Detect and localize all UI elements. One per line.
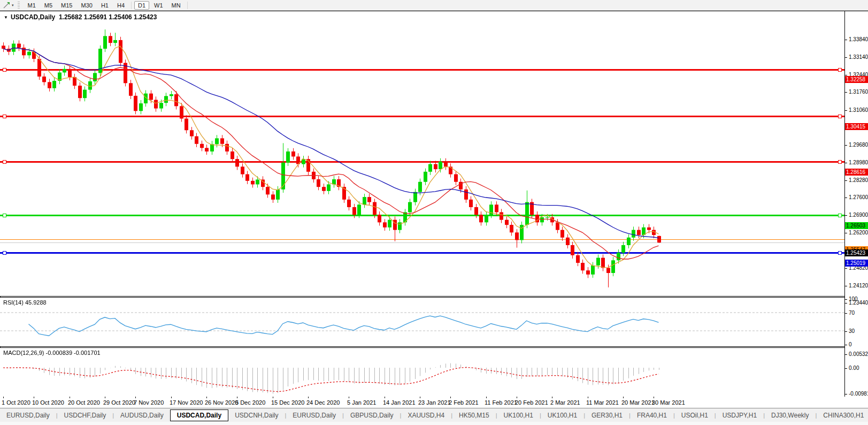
macd-axis-label: -0.009818 (849, 391, 868, 397)
price-axis-border (844, 11, 845, 397)
axis-tick-mark (845, 299, 847, 300)
price-tick-label: 1.28280 (849, 177, 868, 183)
chart-tab-UK100-H1[interactable]: UK100,H1 (497, 409, 540, 421)
date-tick-label: 20 Mar 2021 (621, 399, 655, 406)
price-tick-label: 1.29680 (849, 142, 868, 148)
chart-tab-EURUSD-Daily[interactable]: EURUSD,Daily (286, 409, 342, 421)
rsi-indicator-label: RSI(14) 45.9288 (3, 299, 47, 306)
axis-tick-mark (845, 198, 847, 198)
date-tick-mark (34, 397, 34, 398)
macd-indicator-label: MACD(12,26,9) -0.000839 -0.001701 (3, 350, 101, 356)
date-tick-label: 24 Dec 2020 (306, 399, 340, 406)
bottom-strip (0, 422, 868, 425)
timeframe-button-M1[interactable]: M1 (24, 1, 40, 10)
chart-tab-CHINA300-H1[interactable]: CHINA300,H1 (817, 409, 868, 421)
date-tick-mark (237, 397, 237, 398)
chart-tab-USOil-H1[interactable]: USOil,H1 (675, 409, 715, 421)
price-level-label-1.25423: 1.25423 (845, 249, 868, 256)
collapse-arrow-icon[interactable]: ▼ (4, 15, 8, 20)
axis-tick-mark (845, 331, 847, 332)
axis-tick-mark (845, 268, 847, 269)
date-tick-mark (70, 397, 70, 398)
date-tick-label: 11 Mar 2021 (586, 399, 619, 406)
chart-tab-XAUUSD-H4[interactable]: XAUUSD,H4 (401, 409, 451, 421)
price-tick-label: 1.24120 (849, 283, 868, 289)
price-tick-label: 1.26900 (849, 212, 868, 218)
axis-tick-mark (845, 180, 847, 181)
chart-tab-bar: EURUSD,Daily|USDCHF,Daily|AUDUSD,DailyUS… (0, 408, 868, 422)
date-tick-mark (349, 397, 349, 398)
axis-tick-mark (845, 92, 847, 93)
price-tick-label: 1.31760 (849, 89, 868, 95)
date-tick-mark (135, 397, 136, 398)
date-tick-mark (552, 397, 552, 398)
macd-axis-label: 0.005329 (849, 351, 868, 357)
date-tick-mark (486, 397, 487, 398)
date-tick-label: 5 Jan 2021 (347, 399, 376, 406)
date-tick-label: 29 Oct 2020 (103, 399, 135, 406)
date-tick-label: 30 Mar 2021 (652, 399, 685, 406)
rsi-panel-canvas[interactable] (0, 298, 844, 346)
timeframe-button-W1[interactable]: W1 (150, 1, 167, 10)
chart-tab-UK100-H1[interactable]: UK100,H1 (541, 409, 583, 421)
chart-tab-AUDUSD-Daily[interactable]: AUDUSD,Daily (114, 409, 170, 421)
axis-tick-mark (845, 286, 847, 286)
main-chart-canvas[interactable] (0, 11, 844, 296)
axis-tick-mark (845, 394, 847, 394)
date-tick-label: 20 Feb 2021 (515, 399, 548, 406)
axis-tick-mark (845, 354, 847, 355)
chart-tab-EURUSD-Daily[interactable]: EURUSD,Daily (0, 409, 56, 421)
timeframe-button-M5[interactable]: M5 (41, 1, 56, 10)
axis-tick-mark (845, 145, 847, 146)
toolbar-grip[interactable] (18, 2, 20, 9)
timeframe-button-D1[interactable]: D1 (134, 1, 149, 10)
chart-tab-FRA40-H1[interactable]: FRA40,H1 (631, 409, 673, 421)
tool-dropdown-caret-icon[interactable]: ▾ (12, 3, 14, 7)
rsi-axis-label: 70 (849, 310, 855, 316)
chart-tab-USDJPY-H1[interactable]: USDJPY,H1 (716, 409, 763, 421)
toolbar: ▾ M1M5M15M30H1H4D1W1MN (0, 0, 868, 11)
price-level-label-1.26503: 1.26503 (845, 222, 868, 229)
price-tick-label: 1.28980 (849, 160, 868, 165)
panel-separator[interactable] (0, 346, 844, 347)
date-tick-label: 17 Nov 2020 (170, 399, 203, 406)
chart-tab-GER30-H1[interactable]: GER30,H1 (585, 409, 629, 421)
chart-tab-USDCAD-Daily[interactable]: USDCAD,Daily (170, 409, 228, 421)
axis-tick-mark (845, 75, 847, 75)
date-axis[interactable]: 1 Oct 202010 Oct 202020 Oct 202029 Oct 2… (0, 397, 844, 408)
panel-separator[interactable] (0, 296, 844, 297)
axis-tick-mark (845, 368, 847, 369)
date-tick-label: 2 Feb 2021 (449, 399, 479, 406)
price-level-label-1.32258: 1.32258 (845, 76, 868, 83)
price-tick-label: 1.31060 (849, 107, 868, 113)
chart-tab-DJ30-Weekly[interactable]: DJ30,Weekly (765, 409, 815, 421)
chart-tab-HK50-M15[interactable]: HK50,M15 (452, 409, 496, 421)
pointer-tool-icon[interactable] (2, 1, 11, 10)
mt4-application: ▾ M1M5M15M30H1H4D1W1MN ▼USDCAD,Daily 1.2… (0, 0, 868, 425)
date-tick-mark (3, 397, 4, 398)
date-tick-mark (588, 397, 588, 398)
date-tick-label: 20 Oct 2020 (68, 399, 100, 406)
date-tick-mark (308, 397, 309, 398)
macd-panel-canvas[interactable] (0, 348, 844, 397)
timeframe-button-H1[interactable]: H1 (97, 1, 112, 10)
timeframe-buttons: M1M5M15M30H1H4D1W1MN (24, 1, 190, 10)
date-tick-label: 11 Feb 2021 (485, 399, 517, 406)
date-tick-label: 7 Nov 2020 (134, 399, 164, 406)
price-level-label-1.25019: 1.25019 (845, 260, 868, 267)
date-tick-label: 14 Jan 2021 (383, 399, 416, 406)
timeframe-button-M15[interactable]: M15 (57, 1, 76, 10)
price-tick-label: 1.33140 (849, 54, 868, 60)
axis-tick-mark (845, 313, 847, 314)
chart-tab-USDCNH-Daily[interactable]: USDCNH,Daily (228, 409, 285, 421)
chart-tab-GBPUSD-Daily[interactable]: GBPUSD,Daily (344, 409, 400, 421)
chart-tab-USDCHF-Daily[interactable]: USDCHF,Daily (58, 409, 113, 421)
timeframe-button-MN[interactable]: MN (168, 1, 185, 10)
timeframe-button-M30[interactable]: M30 (77, 1, 96, 10)
axis-tick-mark (845, 110, 847, 111)
timeframe-button-H4[interactable]: H4 (113, 1, 128, 10)
price-tick-label: 1.26200 (849, 230, 868, 236)
price-level-label-1.28616: 1.28616 (845, 169, 868, 176)
rsi-axis-label: 100 (849, 296, 858, 302)
axis-tick-mark (845, 303, 847, 303)
